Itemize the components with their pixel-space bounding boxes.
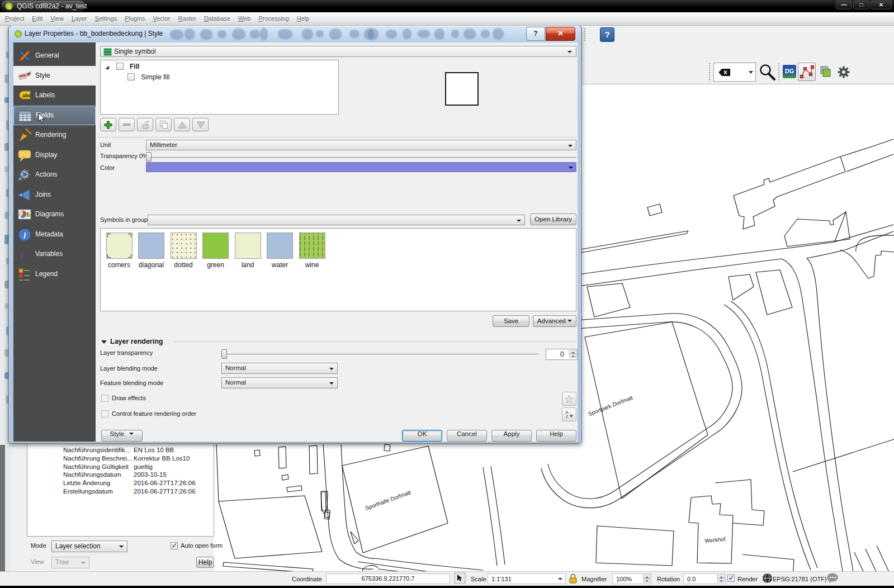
menu-help[interactable]: Help <box>293 12 314 24</box>
ok-button[interactable]: OK <box>402 430 442 442</box>
dialog-tab-rendering[interactable]: Rendering <box>13 125 96 145</box>
menu-edit[interactable]: Edit <box>28 12 46 24</box>
mouse-extent-icon[interactable] <box>454 572 466 584</box>
zoom-icon-button[interactable] <box>758 63 777 82</box>
menu-project[interactable]: Project <box>1 12 28 24</box>
dialog-tab-fields[interactable]: Fields <box>13 106 96 126</box>
dialog-tab-actions[interactable]: Actions <box>13 165 96 185</box>
dialog-tab-display[interactable]: Display <box>13 145 96 165</box>
layer-transparency-spinbox[interactable]: 0 <box>546 349 578 360</box>
transparency-slider-handle[interactable] <box>146 152 152 162</box>
coordinate-value[interactable]: 675336.9,221770.7 <box>326 573 450 584</box>
remove-symbol-layer-button[interactable] <box>119 118 135 131</box>
dialog-close-button[interactable]: ✕ <box>546 27 575 41</box>
collapse-arrow-icon[interactable] <box>101 340 107 344</box>
menu-plugins[interactable]: Plugins <box>121 12 149 24</box>
spinner-buttons[interactable] <box>717 575 725 583</box>
symbol-type-combo[interactable]: Single symbol <box>100 46 576 57</box>
dialog-tab-metadata[interactable]: iMetadata <box>13 225 96 245</box>
dialog-tab-diagrams[interactable]: Diagrams <box>13 205 96 225</box>
symbol-corners[interactable]: corners <box>105 233 134 269</box>
identify-row[interactable]: Letzte Änderung2016-06-27T17:26:06 <box>27 479 214 487</box>
menu-raster[interactable]: Raster <box>174 12 200 24</box>
simple-fill-checkbox[interactable] <box>127 73 135 80</box>
crs-label[interactable]: EPSG:21781 (OTF) <box>773 576 827 582</box>
save-symbol-button[interactable]: Save <box>493 315 529 327</box>
layer-transparency-handle[interactable] <box>221 349 227 359</box>
symbols-group-combo[interactable] <box>148 215 525 225</box>
tree-fill-label[interactable]: Fill <box>130 63 139 70</box>
dialog-tab-labels[interactable]: abcLabels <box>13 86 96 106</box>
symbol-wine[interactable]: wine <box>297 233 327 269</box>
menu-processing[interactable]: Processing <box>254 12 292 24</box>
expander-icon[interactable]: ◢ <box>105 64 109 70</box>
effects-star-button[interactable] <box>562 392 576 406</box>
copy-style-button[interactable] <box>819 65 832 78</box>
tree-simple-fill-label[interactable]: Simple fill <box>141 73 169 81</box>
symbol-land[interactable]: land <box>233 233 262 269</box>
layer-transparency-track[interactable] <box>224 354 539 354</box>
dialog-tab-variables[interactable]: εVariables <box>13 244 96 264</box>
sort-order-button[interactable]: AZ <box>562 407 576 421</box>
view-combo[interactable]: Tree <box>51 557 89 568</box>
move-down-button[interactable] <box>192 118 209 131</box>
layer-blending-combo[interactable]: Normal <box>221 363 338 374</box>
toolbar-help-button[interactable]: ? <box>600 27 614 42</box>
toolbar-grip[interactable] <box>778 63 780 82</box>
color-button[interactable] <box>146 162 576 172</box>
apply-button[interactable]: Apply <box>491 430 532 442</box>
magnifier-spinbox[interactable]: 100% <box>612 573 651 584</box>
lock-scale-icon[interactable] <box>568 573 578 584</box>
dialog-help-button[interactable]: ? <box>526 27 545 41</box>
symbol-green[interactable]: green <box>201 233 230 269</box>
cancel-button[interactable]: Cancel <box>447 430 487 442</box>
feature-blending-combo[interactable]: Normal <box>221 377 338 388</box>
move-up-button[interactable] <box>174 118 190 131</box>
rotation-spinbox[interactable]: 0.0 <box>683 573 726 584</box>
identify-row[interactable]: Erstellungsdatum2016-06-27T17:26:06 <box>27 487 214 496</box>
mode-combo[interactable]: Layer selection <box>51 540 127 552</box>
add-symbol-layer-button[interactable] <box>100 118 116 131</box>
identify-row[interactable]: Nachführungsdatum2003-10-15 <box>27 471 214 479</box>
maximize-button[interactable]: □ <box>853 1 869 10</box>
symbols-list[interactable]: cornersdiagonaldottedgreenlandwaterwine <box>100 228 576 311</box>
symbol-diagonal[interactable]: diagonal <box>137 233 166 269</box>
open-library-button[interactable]: Open Library <box>530 214 576 225</box>
scale-combo[interactable]: 1:1'131 <box>488 573 566 584</box>
close-button[interactable]: ✕ <box>871 1 892 10</box>
dialog-tab-legend[interactable]: Legend <box>13 264 96 284</box>
menu-web[interactable]: Web <box>234 12 254 24</box>
symbol-tree[interactable]: ◢ Fill Simple fill <box>100 60 339 115</box>
layer-rendering-header[interactable]: Layer rendering <box>110 338 163 345</box>
symbol-dotted[interactable]: dotted <box>169 233 198 269</box>
lock-color-button[interactable] <box>137 118 153 131</box>
toolbar-grip[interactable] <box>584 28 586 41</box>
spinner-buttons[interactable] <box>643 575 650 583</box>
minimize-button[interactable]: — <box>836 1 852 10</box>
style-menu-button[interactable]: Style <box>101 430 143 442</box>
menu-layer[interactable]: Layer <box>68 12 91 24</box>
dialog-tab-style[interactable]: Style <box>13 66 96 86</box>
spinner-buttons[interactable] <box>569 350 576 358</box>
crs-globe-icon[interactable] <box>762 573 773 584</box>
fill-checkbox[interactable] <box>116 63 124 70</box>
dialog-tab-general[interactable]: General <box>13 46 96 66</box>
identify-row[interactable]: Nachführungsidentifik...EN Los 10 BB <box>27 446 214 454</box>
dialog-tab-joins[interactable]: Joins <box>13 185 96 205</box>
duplicate-symbol-layer-button[interactable] <box>155 118 172 131</box>
dg-plugin-button[interactable]: DG <box>783 65 796 78</box>
node-tool-button[interactable] <box>798 63 816 81</box>
render-checkbox[interactable] <box>727 575 735 582</box>
unit-combo[interactable]: Millimeter <box>146 140 576 150</box>
messages-icon[interactable] <box>826 573 839 584</box>
menu-vector[interactable]: Vector <box>149 12 174 24</box>
menu-view[interactable]: View <box>46 12 68 24</box>
menu-settings[interactable]: Settings <box>91 12 121 24</box>
symbol-water[interactable]: water <box>266 233 295 269</box>
settings-gear-button[interactable] <box>836 65 851 79</box>
feature-filter-combo[interactable] <box>713 63 756 82</box>
control-order-checkbox[interactable] <box>101 410 108 418</box>
draw-effects-checkbox[interactable] <box>101 395 108 402</box>
identify-row[interactable]: Nachführung Beschrei...Korrektur BB Los1… <box>27 454 214 463</box>
identify-row[interactable]: Nachführung Gültigkeitgueltig <box>27 463 214 471</box>
